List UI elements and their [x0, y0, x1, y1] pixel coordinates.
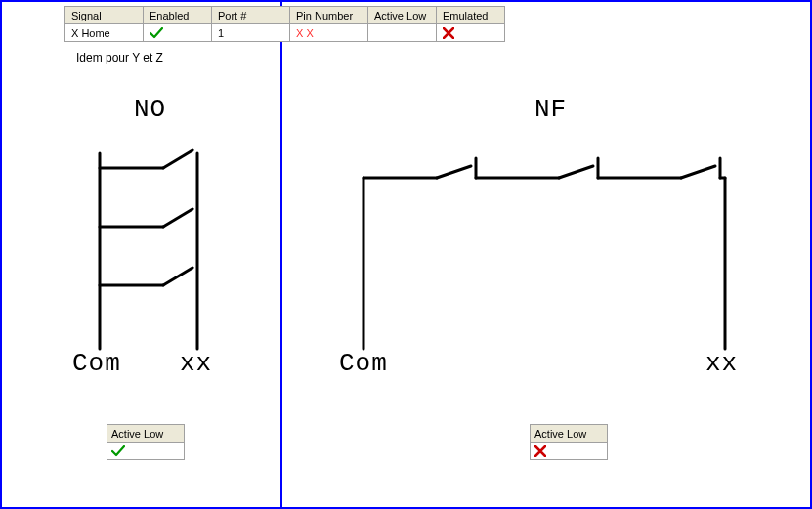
header-port: Port # [212, 7, 290, 24]
check-icon [150, 27, 163, 39]
cross-icon [443, 27, 454, 39]
nf-active-low-cell[interactable] [531, 443, 608, 460]
no-active-low-table: Active Low [107, 424, 185, 460]
no-com-label: Com [72, 349, 121, 378]
no-active-low-cell[interactable] [107, 443, 185, 460]
svg-line-11 [437, 166, 471, 178]
no-title: NO [134, 95, 166, 124]
note-text: Idem pour Y et Z [76, 51, 163, 64]
check-icon [111, 445, 125, 457]
nf-active-low-header: Active Low [531, 425, 608, 443]
no-switch-diagram [70, 129, 236, 363]
nf-switch-diagram [334, 148, 754, 373]
nf-com-label: Com [339, 349, 388, 378]
cell-active-low[interactable] [368, 24, 437, 42]
signal-config-table: Signal Enabled Port # Pin Number Active … [64, 6, 505, 42]
divider-vertical [280, 2, 282, 507]
cell-signal[interactable]: X Home [65, 24, 144, 42]
no-active-low-header: Active Low [107, 425, 185, 443]
header-signal: Signal [65, 7, 144, 24]
svg-line-14 [559, 166, 593, 178]
nf-title: NF [534, 95, 567, 124]
no-pin-label: xx [180, 349, 212, 378]
svg-line-3 [163, 150, 192, 168]
cell-emulated[interactable] [437, 24, 505, 42]
cell-port[interactable]: 1 [212, 24, 290, 42]
cell-pin[interactable]: X X [290, 24, 368, 42]
table-header-row: Signal Enabled Port # Pin Number Active … [65, 7, 505, 24]
frame: Signal Enabled Port # Pin Number Active … [0, 0, 812, 509]
svg-line-17 [681, 166, 715, 178]
cell-enabled[interactable] [144, 24, 212, 42]
svg-line-7 [163, 268, 192, 285]
header-active-low: Active Low [368, 7, 437, 24]
header-pin-number: Pin Number [290, 7, 368, 24]
cross-icon [534, 445, 546, 457]
header-enabled: Enabled [144, 7, 212, 24]
header-emulated: Emulated [437, 7, 505, 24]
nf-pin-label: xx [705, 349, 738, 378]
svg-line-5 [163, 209, 192, 227]
table-row[interactable]: X Home 1 X X [65, 24, 505, 42]
nf-active-low-table: Active Low [530, 424, 608, 460]
